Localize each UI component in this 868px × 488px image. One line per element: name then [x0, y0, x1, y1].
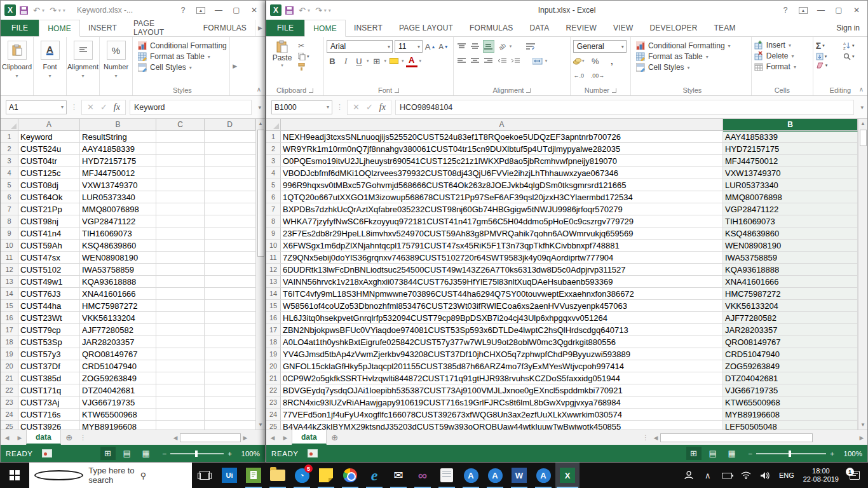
save-icon[interactable]: [285, 6, 294, 15]
zoom-slider[interactable]: [170, 453, 224, 454]
taskbar-app-excel-active[interactable]: X: [555, 463, 580, 488]
cell[interactable]: [205, 360, 255, 372]
cell[interactable]: [205, 384, 255, 396]
find-select-button[interactable]: ▾: [843, 53, 865, 60]
wifi-icon[interactable]: [737, 463, 755, 488]
formula-input[interactable]: HCO98948104: [395, 100, 855, 115]
row-header[interactable]: 23: [1, 396, 18, 408]
excel-app-icon[interactable]: X: [4, 4, 16, 16]
language-indicator[interactable]: ENG: [775, 471, 798, 479]
macro-record-icon[interactable]: [42, 449, 52, 458]
cell[interactable]: [156, 421, 205, 430]
taskbar-app-visual-studio[interactable]: ∞: [410, 463, 435, 488]
redo-icon[interactable]: ↷: [50, 6, 57, 15]
taskbar-app-mail[interactable]: ✉: [386, 463, 410, 488]
cell[interactable]: JAR28203357: [723, 324, 858, 336]
cell-styles-button[interactable]: Cell Styles ▾: [636, 63, 749, 72]
underline-icon[interactable]: U: [353, 55, 365, 67]
row-header[interactable]: 16: [266, 312, 281, 323]
page-layout-view-icon[interactable]: ▤: [705, 447, 721, 460]
font-color-icon[interactable]: A: [406, 55, 417, 67]
cell[interactable]: XNA41601666: [80, 288, 156, 299]
cell[interactable]: [205, 227, 255, 239]
cell[interactable]: BDVGEydq7ysdqOJAi1loepibh535387CUST73Aj9…: [281, 384, 723, 396]
cancel-icon[interactable]: ✕: [87, 102, 94, 112]
row-header[interactable]: 3: [266, 155, 281, 166]
row-header[interactable]: 3: [1, 155, 18, 166]
conditional-formatting-button[interactable]: Conditional Formatting: [138, 41, 227, 50]
people-icon[interactable]: [680, 463, 698, 488]
row-header[interactable]: 15: [1, 300, 18, 311]
borders-icon[interactable]: ⊞: [371, 55, 383, 67]
cancel-icon[interactable]: ✕: [353, 102, 360, 112]
cell[interactable]: [205, 421, 255, 430]
zoom-level[interactable]: 100%: [236, 450, 260, 458]
row-header[interactable]: 1: [266, 131, 281, 142]
horizontal-scrollbar[interactable]: ⋮ ◀ ▶: [639, 430, 867, 445]
ribbon-display-options-button[interactable]: ▲: [193, 4, 209, 17]
cell[interactable]: [156, 215, 205, 227]
cell[interactable]: [156, 143, 205, 154]
row-header[interactable]: 15: [266, 300, 281, 311]
cell[interactable]: A0LO4at1th0yshkBxtEigrufe025842CUST57y37…: [281, 336, 723, 348]
cell[interactable]: LUR05373340: [723, 179, 858, 191]
cell[interactable]: [205, 300, 255, 311]
cell[interactable]: VXW13749370: [723, 167, 858, 179]
cell[interactable]: TIH16069073: [80, 227, 156, 239]
cell[interactable]: [156, 179, 205, 191]
cell[interactable]: BXPDBs7dzhkUcQrAztXqfabre035232CUST98nj6…: [281, 203, 723, 215]
cell[interactable]: XNA41601666: [723, 276, 858, 287]
cell[interactable]: CUST08dj: [18, 179, 80, 191]
cell[interactable]: [205, 240, 255, 251]
cell[interactable]: W58561of4coUZo53Dbnozhfml853476CUST23Wt0…: [281, 300, 723, 311]
cell[interactable]: CUST171q: [18, 384, 80, 396]
cell[interactable]: VGP28471122: [723, 203, 858, 215]
cell[interactable]: ZOG59263849: [80, 372, 156, 384]
taskbar-app-internet-explorer[interactable]: e: [362, 463, 386, 488]
cell[interactable]: [205, 276, 255, 287]
increase-indent-icon[interactable]: [510, 55, 521, 67]
cell[interactable]: CUST23Wt: [18, 312, 80, 323]
cell[interactable]: CUST73Aj: [18, 396, 80, 408]
sheet-tab-data[interactable]: data: [292, 430, 327, 445]
merge-center-icon[interactable]: [532, 55, 543, 67]
cell[interactable]: [205, 348, 255, 360]
customize-qat-icon[interactable]: ▾: [63, 8, 65, 13]
cell[interactable]: AJF77280582: [723, 312, 858, 323]
cell[interactable]: 23F7Es2db8r29HpeLL8imvhxv524970CUST59Ah8…: [281, 227, 723, 239]
enter-icon[interactable]: ✓: [100, 102, 107, 112]
taskbar-app-word[interactable]: W: [507, 463, 531, 488]
middle-align-icon[interactable]: [470, 40, 481, 53]
tab-formulas[interactable]: FORMULAS: [195, 20, 255, 36]
sheet-nav-right-icon[interactable]: ▶: [279, 435, 292, 441]
conditional-formatting-button[interactable]: Conditional Formatting ▾: [636, 41, 749, 50]
formula-bar-splitter[interactable]: ⋮: [71, 103, 78, 111]
cell[interactable]: KSQ48639860: [723, 227, 858, 239]
cell[interactable]: 0CP9W2o5gkfkSSRTHvlzqwlti844872CUST171q9…: [281, 372, 723, 384]
paste-button[interactable]: Paste ▾: [269, 38, 295, 71]
cell[interactable]: [156, 336, 205, 348]
cell[interactable]: [156, 252, 205, 263]
taskbar-app-uipath[interactable]: Ui: [217, 463, 241, 488]
taskbar-app-sticky-notes[interactable]: [314, 463, 338, 488]
cell[interactable]: [156, 300, 205, 311]
tab-view[interactable]: VIEW: [605, 20, 641, 36]
row-header[interactable]: 14: [1, 288, 18, 299]
cell[interactable]: CUST44ha: [18, 300, 80, 311]
cell[interactable]: [205, 336, 255, 348]
alignment-dialog-launcher-icon[interactable]: [526, 88, 531, 93]
cell[interactable]: DTZ04042681: [80, 384, 156, 396]
cell[interactable]: CUST47sx: [18, 252, 80, 263]
row-header[interactable]: 13: [266, 276, 281, 287]
cell[interactable]: [156, 264, 205, 275]
cell[interactable]: AAY41858339: [80, 143, 156, 154]
cell[interactable]: [205, 324, 255, 336]
page-layout-view-icon[interactable]: ▤: [119, 447, 135, 460]
page-break-view-icon[interactable]: ▦: [724, 447, 740, 460]
cell[interactable]: CUST41n4: [18, 227, 80, 239]
cell[interactable]: AJF77280582: [80, 324, 156, 336]
cell[interactable]: [205, 167, 255, 179]
formula-input[interactable]: Keyword: [130, 100, 252, 115]
autosum-button[interactable]: Σ▾: [816, 41, 838, 51]
minimize-button[interactable]: —: [813, 4, 829, 17]
